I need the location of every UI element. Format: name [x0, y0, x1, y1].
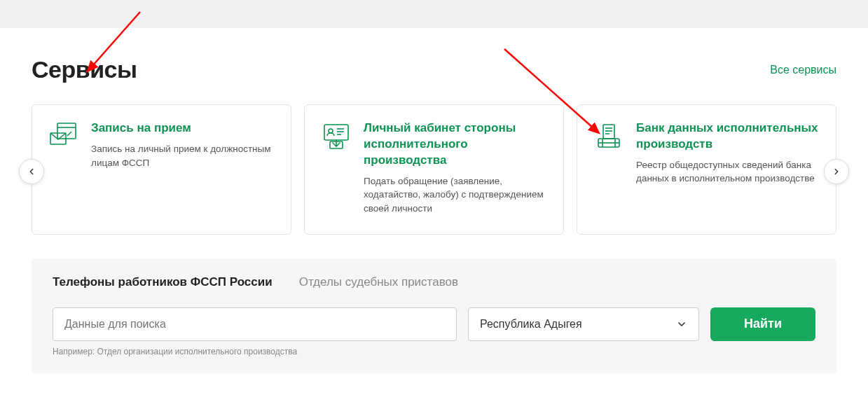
search-panel: Телефоны работников ФССП России Отделы с…	[32, 258, 836, 373]
chevron-left-icon	[27, 167, 36, 176]
card-body: Личный кабинет стороны исполнительного п…	[364, 120, 548, 216]
appointment-icon	[48, 120, 80, 153]
card-title: Банк данных исполнительных производств	[636, 120, 820, 153]
service-card-cabinet[interactable]: Личный кабинет стороны исполнительного п…	[304, 104, 564, 235]
card-desc: Подать обращение (заявление, ходатайство…	[364, 174, 548, 216]
card-desc: Запись на личный прием к должностным лиц…	[91, 142, 275, 169]
tab-phones[interactable]: Телефоны работников ФССП России	[53, 275, 273, 292]
search-input[interactable]	[53, 307, 457, 341]
top-band	[0, 0, 868, 28]
carousel-prev-button[interactable]	[19, 159, 44, 184]
services-section: Сервисы Все сервисы	[0, 28, 868, 387]
svg-rect-2	[57, 123, 76, 139]
section-title: Сервисы	[32, 56, 137, 83]
carousel-next-button[interactable]	[824, 159, 849, 184]
search-row: Республика Адыгея Найти	[53, 307, 815, 341]
id-card-icon	[320, 120, 352, 153]
card-desc: Реестр общедоступных сведений банка данн…	[636, 158, 820, 186]
region-select[interactable]: Республика Адыгея	[468, 307, 699, 341]
chevron-right-icon	[832, 167, 841, 176]
service-card-database[interactable]: Банк данных исполнительных производств Р…	[577, 104, 836, 235]
search-hint: Например: Отдел организации исполнительн…	[53, 347, 815, 356]
card-title: Личный кабинет стороны исполнительного п…	[364, 120, 548, 169]
search-tabs: Телефоны работников ФССП России Отделы с…	[53, 275, 815, 292]
section-header: Сервисы Все сервисы	[32, 56, 836, 83]
all-services-link[interactable]: Все сервисы	[770, 64, 836, 76]
tab-departments[interactable]: Отделы судебных приставов	[299, 275, 458, 292]
card-title: Запись на прием	[91, 120, 275, 137]
service-card-appointment[interactable]: Запись на прием Запись на личный прием к…	[32, 104, 291, 235]
svg-rect-12	[603, 125, 614, 139]
card-body: Запись на прием Запись на личный прием к…	[91, 120, 275, 169]
service-cards: Запись на прием Запись на личный прием к…	[32, 104, 836, 235]
chevron-down-icon	[676, 319, 687, 330]
svg-point-7	[329, 129, 333, 133]
card-body: Банк данных исполнительных производств Р…	[636, 120, 820, 186]
database-icon	[593, 120, 625, 153]
svg-line-5	[67, 132, 71, 136]
carousel: Запись на прием Запись на личный прием к…	[32, 104, 836, 235]
svg-rect-6	[324, 125, 348, 140]
region-value: Республика Адыгея	[480, 318, 582, 331]
find-button[interactable]: Найти	[710, 307, 815, 341]
